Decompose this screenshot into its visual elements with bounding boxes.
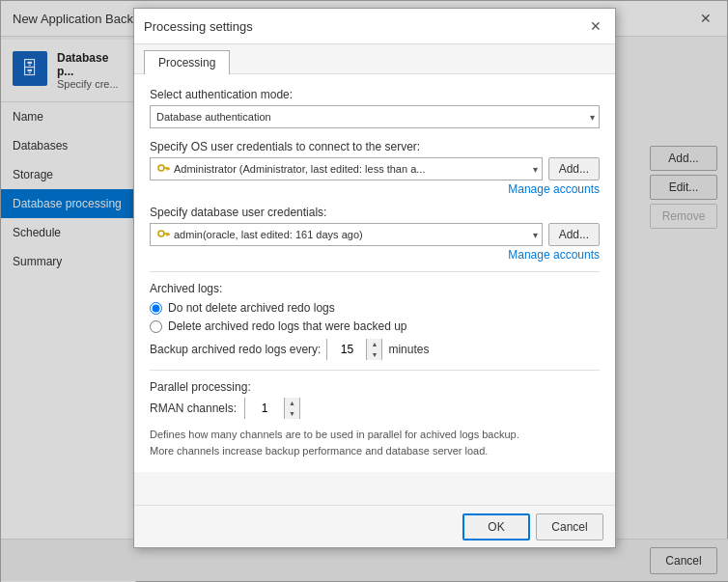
backup-value-input[interactable]: [327, 339, 366, 360]
minutes-label: minutes: [388, 343, 429, 356]
backup-row: Backup archived redo logs every: ▲ ▼ min…: [150, 339, 600, 360]
parallel-desc-line2: More channels increase backup performanc…: [150, 443, 600, 459]
radio-no-delete[interactable]: [150, 302, 162, 315]
section-divider-2: [150, 370, 600, 371]
dialog-title: Processing settings: [144, 19, 253, 34]
auth-mode-select[interactable]: Database authentication ▾ Database authe…: [150, 105, 600, 128]
radio-item-no-delete: Do not delete archived redo logs: [150, 301, 600, 315]
radio-delete-label[interactable]: Delete archived redo logs that were back…: [168, 319, 406, 333]
parallel-row: RMAN channels: ▲ ▼: [150, 398, 600, 419]
radio-item-delete: Delete archived redo logs that were back…: [150, 319, 600, 333]
dialog-tabs: Processing: [134, 44, 615, 74]
os-cred-add-button[interactable]: Add...: [548, 157, 600, 180]
radio-group: Do not delete archived redo logs Delete …: [150, 301, 600, 333]
radio-no-delete-label[interactable]: Do not delete archived redo logs: [168, 301, 335, 315]
radio-delete[interactable]: [150, 320, 162, 333]
dialog-title-bar: Processing settings ✕: [134, 9, 615, 44]
parallel-desc-line1: Defines how many channels are to be used…: [150, 427, 600, 443]
os-cred-row: Administrator (Administrator, last edite…: [150, 157, 600, 180]
rman-spinner-up[interactable]: ▲: [284, 398, 299, 408]
processing-settings-dialog: Processing settings ✕ Processing Select …: [133, 8, 616, 548]
backup-spinner-down[interactable]: ▼: [366, 349, 381, 360]
manage-accounts-2[interactable]: Manage accounts: [150, 248, 600, 262]
rman-spinner-down[interactable]: ▼: [284, 408, 299, 419]
backup-spinner[interactable]: ▲ ▼: [326, 339, 382, 360]
archived-logs-title: Archived logs:: [150, 282, 600, 295]
rman-spinner[interactable]: ▲ ▼: [244, 398, 300, 419]
backup-spinner-up[interactable]: ▲: [366, 339, 381, 349]
auth-mode-label: Select authentication mode:: [150, 88, 600, 101]
manage-accounts-1[interactable]: Manage accounts: [150, 182, 600, 196]
db-cred-add-button[interactable]: Add...: [548, 223, 600, 246]
tab-processing[interactable]: Processing: [144, 50, 230, 74]
db-cred-label: Specify database user credentials:: [150, 206, 600, 219]
backup-label: Backup archived redo logs every:: [150, 343, 321, 356]
dialog-close-button[interactable]: ✕: [586, 16, 605, 36]
os-cred-label: Specify OS user credentials to connect t…: [150, 140, 600, 153]
ok-button[interactable]: OK: [462, 513, 530, 540]
parallel-title: Parallel processing:: [150, 380, 600, 394]
rman-value-input[interactable]: [245, 398, 284, 419]
dialog-footer: OK Cancel: [134, 505, 615, 547]
os-cred-select[interactable]: Administrator (Administrator, last edite…: [150, 157, 543, 180]
cancel-button[interactable]: Cancel: [536, 513, 603, 540]
rman-label: RMAN channels:: [150, 402, 237, 415]
dialog-body: Select authentication mode: Database aut…: [134, 74, 615, 472]
db-cred-select[interactable]: admin(oracle, last edited: 161 days ago)…: [150, 223, 543, 246]
section-divider-1: [150, 271, 600, 272]
db-cred-row: admin(oracle, last edited: 161 days ago)…: [150, 223, 600, 246]
parallel-desc: Defines how many channels are to be used…: [150, 427, 600, 458]
auth-mode-row: Database authentication ▾ Database authe…: [150, 105, 600, 128]
